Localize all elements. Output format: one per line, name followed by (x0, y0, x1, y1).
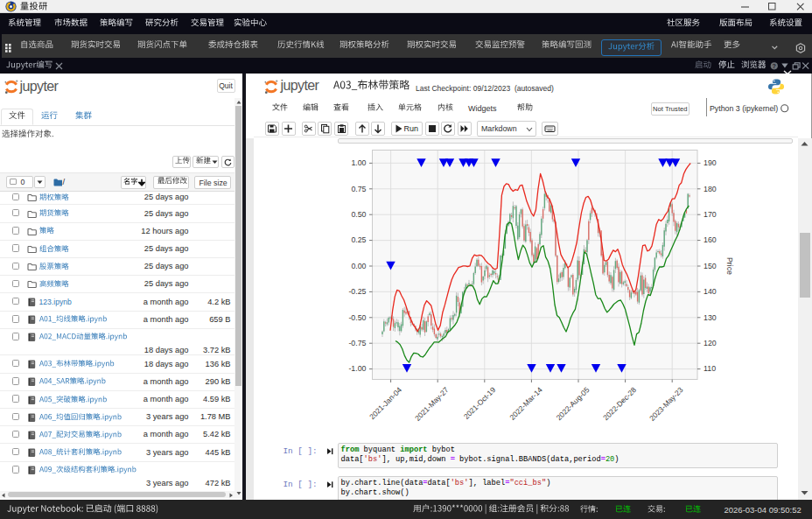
svg-text:2021-Jan-04: 2021-Jan-04 (368, 385, 403, 421)
svg-text:-0.75: -0.75 (348, 339, 366, 347)
svg-text:2023-May-23: 2023-May-23 (648, 385, 685, 423)
svg-text:-0.25: -0.25 (348, 287, 366, 296)
svg-text:160: 160 (704, 235, 717, 244)
svg-text:0.75: 0.75 (351, 185, 366, 193)
svg-text:1.00: 1.00 (351, 158, 366, 167)
svg-text:Price: Price (725, 257, 734, 275)
svg-text:2022-Aug-05: 2022-Aug-05 (555, 385, 592, 422)
svg-text:190: 190 (704, 158, 717, 167)
svg-text:2021-Oct-19: 2021-Oct-19 (462, 385, 498, 421)
svg-text:2021-May-27: 2021-May-27 (413, 385, 451, 423)
svg-text:130: 130 (704, 313, 717, 322)
svg-text:170: 170 (704, 210, 717, 219)
svg-text:110: 110 (704, 364, 716, 373)
svg-text:0.50: 0.50 (351, 210, 366, 219)
svg-text:-0.50: -0.50 (348, 313, 366, 322)
svg-text:0.25: 0.25 (351, 235, 366, 244)
svg-text:180: 180 (704, 185, 717, 193)
svg-text:0.00: 0.00 (351, 262, 366, 270)
svg-text:2022-Dec-28: 2022-Dec-28 (601, 385, 638, 422)
svg-text:-1.00: -1.00 (348, 364, 366, 373)
svg-text:120: 120 (704, 339, 717, 347)
svg-text:140: 140 (704, 287, 717, 296)
svg-text:150: 150 (704, 262, 717, 270)
svg-text:2022-Mar-14: 2022-Mar-14 (508, 385, 544, 422)
